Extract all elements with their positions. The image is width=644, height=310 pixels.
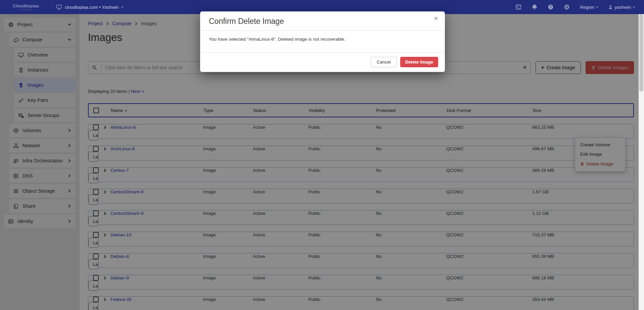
bell-icon xyxy=(532,4,538,10)
region-label: Region xyxy=(580,5,594,10)
brand-logo-text: Cloudtopiaa xyxy=(13,3,39,8)
cancel-button[interactable]: Cancel xyxy=(371,57,397,67)
brand-logo-tagline: Your Cloud Partner xyxy=(13,9,39,11)
console-button[interactable] xyxy=(515,4,521,10)
page: Cloudtopiaa Your Cloud Partner cloudtopi… xyxy=(0,0,644,310)
username-label: yashwin xyxy=(615,5,631,10)
region-dropdown[interactable]: Region ▾ xyxy=(580,5,598,10)
scrollbar-track[interactable] xyxy=(639,14,644,310)
user-menu[interactable]: yashwin ▾ xyxy=(608,5,635,10)
brand-logo[interactable]: Cloudtopiaa Your Cloud Partner xyxy=(13,3,39,11)
modal-footer: Cancel Delete Image xyxy=(200,53,445,72)
modal-message: You have selected "AlmaLinux-8". Deleted… xyxy=(209,37,436,42)
help-button[interactable]: ? xyxy=(548,4,554,10)
domain-project-switcher[interactable]: cloudtopiaa.com • Yashwin ▾ xyxy=(56,4,123,10)
delete-image-confirm-button[interactable]: Delete Image xyxy=(400,57,438,67)
notifications-button[interactable] xyxy=(532,4,538,10)
terminal-icon xyxy=(515,4,521,10)
user-icon xyxy=(608,5,613,9)
modal-title: Confirm Delete Image xyxy=(209,17,436,26)
navbar-right: ? Region ▾ yashwin ▾ xyxy=(515,4,644,10)
chevron-down-icon: ▾ xyxy=(633,5,635,9)
gear-icon xyxy=(564,4,570,10)
scrollbar-thumb[interactable] xyxy=(639,14,643,91)
close-icon[interactable]: × xyxy=(434,15,438,22)
chevron-down-icon: ▾ xyxy=(596,5,598,9)
confirm-delete-modal: Confirm Delete Image × You have selected… xyxy=(200,11,445,72)
settings-button[interactable] xyxy=(564,4,570,10)
svg-text:?: ? xyxy=(550,5,552,9)
chevron-down-icon: ▾ xyxy=(122,5,123,9)
monitor-icon xyxy=(56,4,62,10)
modal-body: You have selected "AlmaLinux-8". Deleted… xyxy=(200,31,445,53)
modal-header: Confirm Delete Image × xyxy=(200,11,445,31)
domain-project-label: cloudtopiaa.com • Yashwin xyxy=(65,5,119,10)
help-icon: ? xyxy=(548,4,554,10)
